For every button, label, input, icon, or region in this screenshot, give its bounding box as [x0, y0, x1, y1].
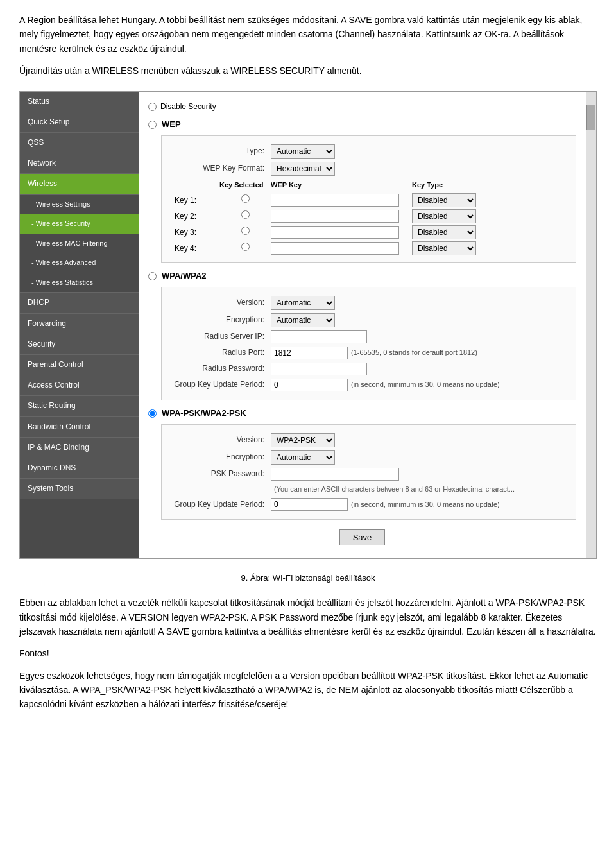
- wep-key3-radio[interactable]: [241, 227, 250, 235]
- sidebar-item-status[interactable]: Status: [20, 92, 139, 112]
- wpa-radio[interactable]: [148, 272, 157, 280]
- wpapsk-encryption-label: Encryption:: [168, 451, 271, 463]
- wpa-radius-ip-input[interactable]: [271, 330, 367, 343]
- save-btn-row: Save: [148, 529, 576, 545]
- sidebar-item-ip-mac[interactable]: IP & MAC Binding: [20, 438, 139, 458]
- wpa-version-label: Version:: [168, 296, 271, 309]
- wep-label: WEP: [162, 118, 181, 132]
- sidebar-item-bandwidth[interactable]: Bandwidth Control: [20, 417, 139, 438]
- wep-col-type: Key Type: [412, 180, 489, 191]
- save-button[interactable]: Save: [339, 529, 386, 545]
- content-wrapper: Disable Security WEP Type: Automatic: [139, 92, 586, 559]
- sidebar-item-access-control[interactable]: Access Control: [20, 375, 139, 396]
- wep-col-selected: Key Selected: [219, 180, 271, 191]
- wep-key2-input-cell: [271, 210, 412, 223]
- sidebar-item-network[interactable]: Network: [20, 153, 139, 174]
- wpa-radius-pass-input[interactable]: [271, 363, 367, 375]
- wep-key-row-1: Key 1: Disabled: [175, 193, 569, 207]
- wpapsk-version-select[interactable]: WPA2-PSK: [271, 433, 335, 447]
- sidebar-item-wireless-advanced[interactable]: - Wireless Advanced: [20, 253, 139, 273]
- wpapsk-group-key-input[interactable]: [271, 498, 348, 511]
- wpapsk-psk-hint: (You can enter ASCII characters between …: [274, 484, 515, 495]
- wep-key1-type-select[interactable]: Disabled: [412, 193, 476, 207]
- wpapsk-encryption-select[interactable]: Automatic: [271, 450, 335, 465]
- sidebar-item-security[interactable]: Security: [20, 334, 139, 355]
- wpapsk-title-row: WPA-PSK/WPA2-PSK: [148, 407, 576, 420]
- wep-key3-type-cell: Disabled: [412, 225, 489, 239]
- wpa-encryption-label: Encryption:: [168, 314, 271, 326]
- sidebar-item-forwarding[interactable]: Forwarding: [20, 314, 139, 334]
- wpapsk-label: WPA-PSK/WPA2-PSK: [162, 407, 246, 420]
- body-para3: Egyes eszközök lehetséges, hogy nem támo…: [19, 669, 597, 712]
- intro-para1: A Region beállítása lehet Hungary. A töb…: [19, 13, 597, 56]
- wpapsk-section: Version: WPA2-PSK Encryption: Automatic: [161, 424, 576, 520]
- wpa-version-select[interactable]: Automatic: [271, 296, 335, 310]
- scrollbar-thumb[interactable]: [586, 105, 595, 130]
- wep-key2-type-select[interactable]: Disabled: [412, 209, 476, 223]
- wpa-group-key-hint: (in second, minimum is 30, 0 means no up…: [351, 379, 500, 391]
- wpapsk-group-key-hint: (in second, minimum is 30, 0 means no up…: [351, 499, 500, 511]
- wpa-radius-ip-label: Radius Server IP:: [168, 330, 271, 343]
- wep-key-row-4: Key 4: Disabled: [175, 241, 569, 255]
- sidebar-item-wireless-settings[interactable]: - Wireless Settings: [20, 195, 139, 215]
- wep-type-select[interactable]: Automatic: [271, 144, 335, 159]
- wep-key4-input[interactable]: [271, 242, 399, 255]
- wep-key3-type-select[interactable]: Disabled: [412, 225, 476, 239]
- wpapsk-radio[interactable]: [148, 409, 157, 418]
- wep-key4-radio[interactable]: [241, 243, 250, 251]
- sidebar-item-system-tools[interactable]: System Tools: [20, 479, 139, 499]
- wpa-group-key-input[interactable]: [271, 379, 348, 391]
- sidebar-item-qss[interactable]: QSS: [20, 133, 139, 153]
- wep-key4-type-cell: Disabled: [412, 241, 489, 255]
- wep-key3-radio-cell: [219, 227, 271, 239]
- wpapsk-psk-hint-row: (You can enter ASCII characters between …: [168, 484, 569, 495]
- sidebar-item-dhcp[interactable]: DHCP: [20, 293, 139, 313]
- sidebar-item-quick-setup[interactable]: Quick Setup: [20, 112, 139, 133]
- wpa-radius-pass-label: Radius Password:: [168, 363, 271, 375]
- sidebar-item-wireless[interactable]: Wireless: [20, 174, 139, 194]
- scrollbar[interactable]: [586, 92, 596, 559]
- wep-key-row-3: Key 3: Disabled: [175, 225, 569, 239]
- wep-key1-label: Key 1:: [175, 194, 219, 207]
- main-content-area: Disable Security WEP Type: Automatic: [139, 92, 596, 559]
- page-wrapper: A Region beállítása lehet Hungary. A töb…: [0, 0, 616, 732]
- wpapsk-version-label: Version:: [168, 434, 271, 446]
- wep-key-row-2: Key 2: Disabled: [175, 209, 569, 223]
- sidebar-item-wireless-security[interactable]: - Wireless Security: [20, 214, 139, 234]
- wpa-radius-port-input[interactable]: [271, 347, 348, 359]
- wep-key3-input-cell: [271, 226, 412, 239]
- wpapsk-psk-pass-row: PSK Password:: [168, 468, 569, 481]
- figure-caption: 9. Ábra: WI-FI biztonsági beállítások: [19, 572, 597, 585]
- sidebar-item-wireless-statistics[interactable]: - Wireless Statistics: [20, 273, 139, 293]
- wep-key1-radio[interactable]: [241, 194, 250, 203]
- wep-key1-input-cell: [271, 194, 412, 207]
- wep-key2-radio[interactable]: [241, 210, 250, 219]
- wep-title-row: WEP: [148, 118, 576, 132]
- wep-key1-radio-cell: [219, 194, 271, 207]
- wpa-group-key-row: Group Key Update Period: (in second, min…: [168, 379, 569, 391]
- disable-security-radio[interactable]: [148, 103, 157, 111]
- wep-col-key: WEP Key: [271, 180, 412, 191]
- sidebar-item-wireless-mac[interactable]: - Wireless MAC Filtering: [20, 234, 139, 254]
- sidebar-item-static-routing[interactable]: Static Routing: [20, 396, 139, 416]
- sidebar: StatusQuick SetupQSSNetworkWireless- Wir…: [20, 92, 139, 559]
- body-para1: Ebben az ablakban lehet a vezeték nélkül…: [19, 596, 597, 639]
- wep-key1-input[interactable]: [271, 194, 399, 207]
- wpa-radius-port-hint: (1-65535, 0 stands for default port 1812…: [351, 347, 477, 359]
- wep-radio[interactable]: [148, 121, 157, 129]
- wep-key4-type-select[interactable]: Disabled: [412, 241, 476, 255]
- wep-section: Type: Automatic WEP Key Format: Hexadeci…: [161, 135, 576, 264]
- disable-security-row: Disable Security: [148, 101, 576, 113]
- wep-type-row: Type: Automatic: [168, 144, 569, 159]
- sidebar-item-parental[interactable]: Parental Control: [20, 355, 139, 375]
- sidebar-item-dynamic-dns[interactable]: Dynamic DNS: [20, 458, 139, 479]
- wpa-section: Version: Automatic Encryption: Automatic: [161, 287, 576, 400]
- wep-key2-label: Key 2:: [175, 210, 219, 223]
- wep-format-select[interactable]: Hexadecimal: [271, 162, 335, 176]
- wep-key4-input-cell: [271, 242, 412, 255]
- wpa-encryption-select[interactable]: Automatic: [271, 313, 335, 327]
- wep-key3-input[interactable]: [271, 226, 399, 239]
- wpapsk-psk-pass-input[interactable]: [271, 468, 399, 481]
- wep-key2-input[interactable]: [271, 210, 399, 223]
- wpa-radius-ip-row: Radius Server IP:: [168, 330, 569, 343]
